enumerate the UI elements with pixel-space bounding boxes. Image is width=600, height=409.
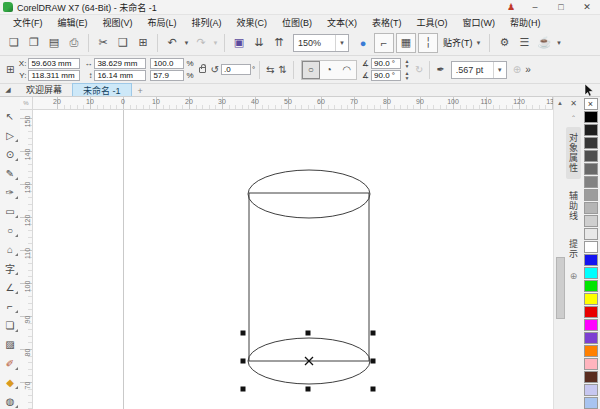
cylinder-top-ellipse[interactable] — [248, 170, 370, 218]
end-angle-spinner[interactable]: ▲▼ — [403, 71, 411, 81]
selection-handle[interactable] — [371, 387, 376, 392]
shape-tool[interactable]: ▷ — [2, 128, 18, 142]
rotation-angle-field[interactable]: .0 — [221, 64, 251, 75]
color-swatch-10[interactable] — [584, 228, 598, 240]
selection-handle[interactable] — [306, 387, 311, 392]
menu-item-11[interactable]: 帮助(H) — [503, 15, 548, 30]
smart-fill-tool[interactable]: ◍ — [2, 394, 18, 408]
color-swatch-9[interactable] — [584, 215, 598, 227]
color-swatch-13[interactable] — [584, 267, 598, 279]
object-height-field[interactable]: 16.14 mm — [94, 70, 146, 81]
artistic-media-tool[interactable]: ✑ — [2, 185, 18, 199]
mirror-horizontal-button[interactable]: ⇆ — [266, 64, 274, 75]
docker-collapse-icon[interactable]: ⌃ — [571, 114, 576, 121]
color-swatch-16[interactable] — [584, 306, 598, 318]
pie-button[interactable]: ◔ — [320, 61, 338, 79]
document-tab-0[interactable]: 欢迎屏幕 — [16, 83, 72, 96]
show-guidelines-button[interactable]: ╎ — [418, 33, 438, 53]
scrollbar-thumb[interactable] — [556, 257, 565, 319]
redo-button[interactable]: ↷ — [191, 33, 211, 53]
maximize-button[interactable]: □ — [548, 0, 574, 14]
selection-handle[interactable] — [241, 331, 246, 336]
zoom-tool[interactable]: ⊙ — [2, 147, 18, 161]
menu-item-8[interactable]: 表格(T) — [365, 15, 409, 30]
document-tab-1[interactable]: 未命名 -1 — [72, 83, 132, 96]
color-swatch-2[interactable] — [584, 124, 598, 136]
color-swatch-7[interactable] — [584, 189, 598, 201]
menu-item-1[interactable]: 编辑(E) — [51, 15, 95, 30]
menu-item-5[interactable]: 效果(C) — [230, 15, 275, 30]
whats-new-button[interactable]: ☕ — [534, 33, 554, 53]
menu-item-10[interactable]: 窗口(W) — [456, 15, 503, 30]
docker-close-button[interactable]: ✕ — [570, 99, 577, 108]
menu-item-2[interactable]: 视图(V) — [96, 15, 140, 30]
copy-button[interactable]: ❑ — [113, 33, 133, 53]
drawing-canvas[interactable] — [33, 110, 553, 409]
rectangle-tool[interactable]: ▭ — [2, 204, 18, 218]
color-swatch-11[interactable] — [584, 241, 598, 253]
drop-shadow-tool[interactable]: ❏ — [2, 318, 18, 332]
color-swatch-22[interactable] — [584, 384, 598, 396]
color-swatch-14[interactable] — [584, 280, 598, 292]
account-icon[interactable]: ♟ — [500, 2, 522, 12]
scroll-up-icon[interactable]: ▲ — [554, 97, 566, 109]
start-angle-spinner[interactable]: ▲▼ — [403, 59, 411, 69]
color-swatch-17[interactable] — [584, 319, 598, 331]
end-angle-field[interactable]: 90.0 ° — [371, 70, 401, 81]
menu-item-7[interactable]: 文本(X) — [320, 15, 364, 30]
dimension-tool[interactable]: ∠ — [2, 280, 18, 294]
close-button[interactable]: ✕ — [574, 0, 600, 14]
outline-width-combo[interactable]: .567 pt ▼ — [451, 61, 507, 79]
color-swatch-15[interactable] — [584, 293, 598, 305]
selection-handle[interactable] — [241, 359, 246, 364]
text-tool[interactable]: 字 — [2, 261, 18, 275]
docker-add-button[interactable]: ⊕ — [570, 271, 578, 281]
print-button[interactable]: ⎙ — [64, 33, 84, 53]
ellipse-button[interactable]: ○ — [302, 61, 320, 79]
docker-tab-1[interactable]: 辅助线 — [566, 185, 581, 227]
docker-tab-0[interactable]: 对象属性 — [566, 127, 581, 179]
menu-item-3[interactable]: 布局(L) — [141, 15, 184, 30]
color-swatch-18[interactable] — [584, 332, 598, 344]
selection-handle[interactable] — [371, 331, 376, 336]
arc-button[interactable]: ◠ — [338, 61, 356, 79]
undo-dropdown[interactable]: ▼ — [182, 33, 191, 53]
docker-tab-2[interactable]: 提示 — [566, 233, 581, 265]
color-swatch-5[interactable] — [584, 163, 598, 175]
change-direction-button[interactable]: ↻ — [415, 64, 423, 75]
color-swatch-23[interactable] — [584, 397, 598, 409]
y-position-field[interactable]: 118.311 mm — [28, 70, 80, 81]
paste-button[interactable]: ⊞ — [133, 33, 153, 53]
horizontal-ruler[interactable]: 20100102030405060708090100110120130 — [33, 97, 553, 110]
color-swatch-1[interactable] — [584, 111, 598, 123]
zoom-level-combo[interactable]: 150%▼ — [293, 34, 349, 52]
redo-dropdown[interactable]: ▼ — [211, 33, 220, 53]
lock-ratio-icon[interactable] — [199, 67, 206, 73]
polygon-tool[interactable]: ⌂ — [2, 242, 18, 256]
x-position-field[interactable]: 59.603 mm — [28, 58, 80, 69]
ellipse-tool[interactable]: ○ — [2, 223, 18, 237]
tab-list-button[interactable]: ◢ — [0, 84, 16, 96]
interactive-fill-tool[interactable]: ◆ — [2, 375, 18, 389]
color-swatch-21[interactable] — [584, 371, 598, 383]
cut-button[interactable]: ✂ — [93, 33, 113, 53]
scale-x-field[interactable]: 100.0 — [150, 58, 184, 69]
pick-tool[interactable]: ↖ — [2, 109, 18, 123]
save-button[interactable]: ▤ — [44, 33, 64, 53]
no-color-swatch[interactable]: × — [584, 98, 598, 110]
color-swatch-12[interactable] — [584, 254, 598, 266]
selection-handle[interactable] — [371, 359, 376, 364]
menu-item-0[interactable]: 文件(F) — [6, 15, 50, 30]
color-swatch-20[interactable] — [584, 358, 598, 370]
vertical-ruler[interactable]: 15014013012011010090807060 — [20, 110, 33, 409]
color-swatch-19[interactable] — [584, 345, 598, 357]
connector-tool[interactable]: ⌐ — [2, 299, 18, 313]
transparency-tool[interactable]: ▨ — [2, 337, 18, 351]
scale-y-field[interactable]: 57.9 — [150, 70, 184, 81]
search-content-button[interactable]: ▣ — [229, 33, 249, 53]
menu-item-4[interactable]: 排列(A) — [185, 15, 229, 30]
application-launcher-button[interactable]: ☰ — [514, 33, 534, 53]
selection-handle[interactable] — [241, 387, 246, 392]
overflow-button[interactable]: » — [525, 64, 531, 75]
import-button[interactable]: ⇊ — [249, 33, 269, 53]
